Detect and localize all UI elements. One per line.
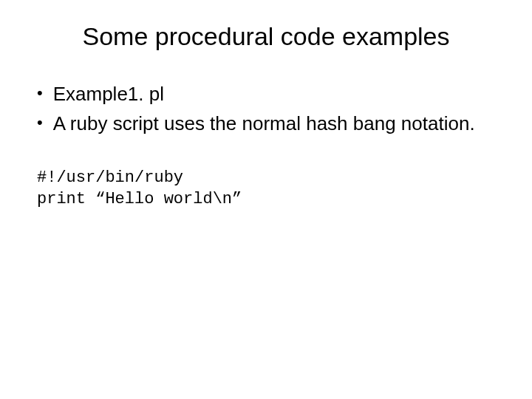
code-block: #!/usr/bin/ruby print “Hello world\n”: [37, 167, 502, 211]
bullet-icon: •: [37, 112, 43, 134]
slide-title: Some procedural code examples: [30, 22, 502, 51]
bullet-text: A ruby script uses the normal hash bang …: [53, 110, 502, 137]
list-item: • A ruby script uses the normal hash ban…: [37, 110, 502, 137]
bullet-text: Example1. pl: [53, 81, 502, 107]
code-line: print “Hello world\n”: [37, 188, 502, 211]
code-line: #!/usr/bin/ruby: [37, 167, 502, 189]
list-item: • Example1. pl: [37, 81, 502, 107]
bullet-list: • Example1. pl • A ruby script uses the …: [37, 81, 502, 137]
bullet-icon: •: [37, 82, 43, 105]
